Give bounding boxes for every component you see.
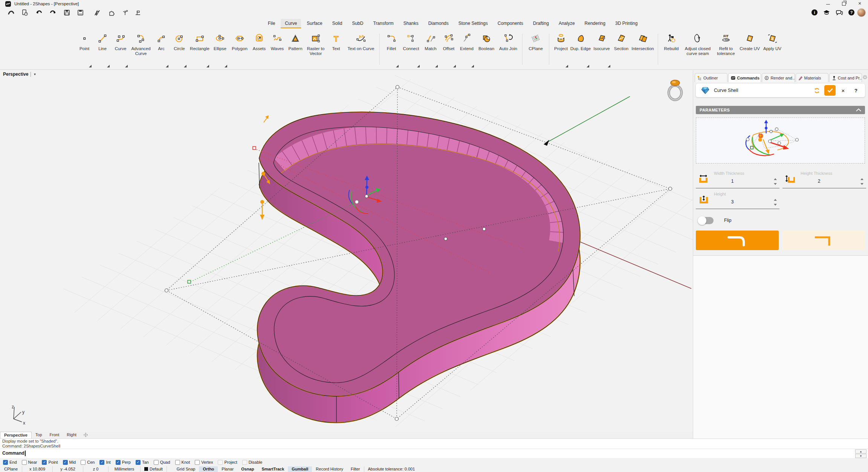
viewport-perspective[interactable]: Perspective ▼ z y x [0, 70, 693, 432]
confirm-button[interactable] [824, 85, 836, 96]
tab-subd[interactable]: SubD [348, 19, 367, 28]
ribbon-button-create-uv[interactable]: Create UV [738, 29, 761, 69]
ribbon-button-text-on-curve[interactable]: AaText on Curve [345, 29, 377, 69]
view-tab-right[interactable]: Right [63, 432, 80, 438]
height-thickness-stepper[interactable] [860, 178, 864, 185]
command-prompt-row[interactable]: Command: ▲▼ [0, 449, 868, 459]
osnap-perp-checkbox[interactable]: ✓Perp [116, 460, 131, 465]
osnap-project-checkbox[interactable]: Project [218, 460, 237, 465]
panel-tab-outliner[interactable]: Outliner [695, 73, 727, 82]
ribbon-button-intersection[interactable]: Intersection [630, 29, 655, 69]
curve-shell-solid[interactable] [257, 112, 580, 423]
ribbon-button-curve[interactable]: Curve [112, 29, 130, 69]
tab-shanks[interactable]: Shanks [399, 19, 423, 28]
status-record-history[interactable]: Record History [312, 466, 347, 472]
osnap-end-checkbox[interactable]: ✓End [3, 460, 17, 465]
height-thickness-value[interactable]: 2 [782, 179, 856, 184]
width-thickness-value[interactable]: 1 [696, 179, 769, 184]
ribbon-button-adjust-closed-curve-seam[interactable]: Adjust closed curve seam [682, 29, 714, 69]
ribbon-button-rebuild[interactable]: Rebuild [661, 29, 682, 69]
panel-tab-cost[interactable]: Cost and Pr... [829, 73, 862, 82]
ribbon-button-isocurve[interactable]: Isocurve [591, 29, 612, 69]
plugin-icon[interactable] [108, 9, 115, 17]
redo-icon[interactable] [49, 9, 57, 17]
status-gumball[interactable]: Gumball [288, 466, 312, 472]
flip-toggle[interactable] [698, 217, 714, 224]
status-cplane[interactable]: CPlane [0, 466, 22, 472]
tab-diamonds[interactable]: Diamonds [424, 19, 453, 28]
osnap-disable-checkbox[interactable]: Disable [242, 460, 263, 465]
ribbon-button-section[interactable]: Section [612, 29, 630, 69]
view-tab-top[interactable]: Top [32, 432, 46, 438]
view-tab-perspective[interactable]: Perspective [0, 432, 32, 438]
view-tab-front[interactable]: Front [46, 432, 63, 438]
tab-stone-settings[interactable]: Stone Settings [454, 19, 492, 28]
ribbon-button-extend[interactable]: Extend [458, 29, 476, 69]
ribbon-button-assets[interactable]: Assets [250, 29, 268, 69]
restore-button[interactable] [839, 1, 849, 7]
ribbon-button-refit-to-tolerance[interactable]: FITRefit to tolerance [714, 29, 738, 69]
tab-file[interactable]: File [264, 19, 279, 28]
osnap-int-checkbox[interactable]: ✓Int [99, 460, 110, 465]
height-stepper[interactable] [774, 199, 777, 206]
height-thickness-field[interactable]: Height Thickness 2 [782, 171, 866, 188]
ribbon-button-auto-join[interactable]: Auto Join [497, 29, 520, 69]
ribbon-button-rectangle[interactable]: Rectangle [188, 29, 211, 69]
ribbon-button-connect[interactable]: Connect [400, 29, 422, 69]
cancel-button[interactable]: × [838, 86, 848, 95]
osnap-tan-checkbox[interactable]: ✓Tan [136, 460, 149, 465]
status-grid-snap[interactable]: Grid Snap [173, 466, 199, 472]
ribbon-button-polygon[interactable]: Polygon [229, 29, 250, 69]
ribbon-button-cplane[interactable]: CPlane [525, 29, 546, 69]
undo-icon[interactable] [35, 9, 43, 17]
save-icon[interactable] [63, 9, 71, 17]
ribbon-button-point[interactable]: Point [75, 29, 93, 69]
tab-transform[interactable]: Transform [369, 19, 397, 28]
sharp-corner-button[interactable] [782, 231, 865, 250]
panel-tab-commands[interactable]: Commands [728, 73, 761, 82]
ribbon-button-ellipse[interactable]: Ellipse [211, 29, 229, 69]
new-curve-icon[interactable] [8, 9, 15, 17]
osnap-knot-checkbox[interactable]: Knot [175, 460, 190, 465]
ribbon-button-raster-to-vector[interactable]: Raster to Vector [304, 29, 327, 69]
command-scrollbar[interactable]: ▲▼ [855, 449, 866, 458]
pan-views-icon[interactable] [80, 432, 91, 438]
info-icon[interactable]: i [811, 9, 818, 16]
status-ortho[interactable]: Ortho [199, 466, 218, 472]
ribbon-button-waves[interactable]: Waves [268, 29, 286, 69]
open-template-icon[interactable] [21, 9, 29, 17]
ribbon-button-dup-edge[interactable]: Dup. Edge [570, 29, 591, 69]
ribbon-button-arc[interactable]: Arc [152, 29, 170, 69]
command-history[interactable]: Display mode set to "Shaded". Command: 2… [0, 438, 868, 449]
command-help-button[interactable]: ? [851, 86, 861, 95]
ribbon-button-boolean[interactable]: Boolean [476, 29, 497, 69]
tab-curve[interactable]: Curve [281, 19, 301, 28]
chevron-down-icon[interactable]: ▼ [33, 73, 36, 76]
help-icon[interactable]: ? [848, 9, 855, 16]
osnap-cen-checkbox[interactable]: Cen [81, 460, 95, 465]
ribbon-button-line[interactable]: Line [93, 29, 112, 69]
tab-solid[interactable]: Solid [328, 19, 347, 28]
tab-components[interactable]: Components [494, 19, 527, 28]
gumball-origin[interactable] [365, 195, 368, 198]
status-osnap[interactable]: Osnap [237, 466, 258, 472]
branch-icon[interactable] [121, 9, 129, 17]
osnap-quad-checkbox[interactable]: Quad [154, 460, 170, 465]
ribbon-button-fillet[interactable]: Fillet [382, 29, 400, 69]
rounded-corner-button[interactable] [696, 231, 779, 250]
status-layer[interactable]: Default [141, 466, 167, 472]
tab-analyze[interactable]: Analyze [555, 19, 579, 28]
status-planar[interactable]: Planar [218, 466, 237, 472]
ribbon-button-offset[interactable]: Offset [440, 29, 458, 69]
parameters-section-header[interactable]: PARAMETERS [696, 106, 865, 114]
tab-rendering[interactable]: Rendering [581, 19, 610, 28]
ribbon-button-advanced-curve[interactable]: Advanced Curve [130, 29, 152, 69]
learn-icon[interactable] [823, 9, 830, 16]
osnap-point-checkbox[interactable]: ✓Point [42, 460, 58, 465]
osnap-mid-checkbox[interactable]: ✓Mid [63, 460, 76, 465]
chat-icon[interactable] [836, 9, 843, 16]
close-button[interactable]: × [854, 1, 865, 7]
ring-view-widget[interactable] [664, 78, 686, 103]
ribbon-button-project[interactable]: Project [552, 29, 570, 69]
height-field[interactable]: Height 3 [696, 192, 779, 209]
